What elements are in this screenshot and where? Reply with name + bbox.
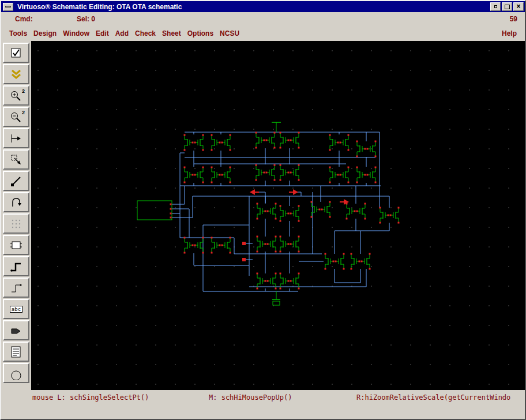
tool-command-button[interactable] — [3, 363, 29, 383]
maximize-icon — [505, 5, 510, 9]
tool-check-and-save-button[interactable] — [3, 64, 29, 84]
command-circle-icon — [9, 366, 23, 380]
menu-window[interactable]: Window — [63, 29, 89, 38]
zoom-in-icon — [9, 89, 23, 103]
stretch-arrow-icon — [9, 132, 23, 145]
tool-zoom-out-button[interactable]: 2 — [3, 107, 29, 127]
tool-block-button[interactable] — [3, 342, 29, 362]
block-sheet-icon — [9, 345, 23, 359]
tool-wire-label-button[interactable]: abc — [3, 299, 29, 319]
maximize-button[interactable] — [502, 2, 512, 11]
schematic-canvas-area[interactable] — [31, 41, 525, 390]
mouse-middle-binding: M: schHiMousePopUp() — [209, 393, 292, 402]
menu-ncsu[interactable]: NCSU — [220, 29, 239, 38]
pencil-line-icon — [9, 174, 23, 188]
tool-dots-button[interactable] — [3, 213, 29, 234]
close-icon: × — [516, 3, 520, 10]
hook-probe-icon — [9, 196, 23, 209]
tool-copy-button[interactable] — [3, 149, 29, 170]
wire-narrow-icon — [9, 281, 23, 295]
menu-add[interactable]: Add — [115, 29, 129, 38]
instance-chip-icon — [9, 238, 23, 252]
menu-tools[interactable]: Tools — [9, 29, 27, 38]
menu-options[interactable]: Options — [187, 29, 213, 38]
wire-label-icon: abc — [10, 306, 22, 313]
tool-wire-wide-button[interactable] — [3, 256, 29, 276]
mouse-left-binding: mouse L: schSingleSelectPt() — [32, 393, 149, 402]
zoom-out-factor-badge: 2 — [22, 110, 25, 115]
tool-stretch-button[interactable] — [3, 128, 29, 148]
tool-wire-narrow-button[interactable] — [3, 278, 29, 298]
tool-instance-button[interactable] — [3, 235, 29, 255]
tool-hook-button[interactable] — [3, 192, 29, 212]
tool-select-mode-button[interactable] — [3, 43, 29, 63]
copy-icon — [9, 153, 23, 167]
selection-count-label: Sel: 0 — [77, 15, 95, 23]
minimize-icon — [494, 5, 497, 8]
window-menu-icon[interactable] — [3, 3, 13, 11]
window-bottom-frame — [1, 405, 525, 419]
minimize-button[interactable] — [490, 2, 501, 11]
wire-wide-icon — [9, 260, 23, 273]
tool-palette: 2 2 — [1, 41, 31, 390]
command-status-row: Cmd: Sel: 0 59 — [1, 12, 525, 25]
check-save-icon — [9, 68, 23, 81]
mouse-binding-statusbar: mouse L: schSingleSelectPt() M: schHiMou… — [1, 390, 525, 405]
menu-design[interactable]: Design — [33, 29, 57, 38]
close-button[interactable]: × — [513, 2, 524, 11]
zoom-in-factor-badge: 2 — [22, 88, 25, 94]
message-counter: 59 — [510, 15, 517, 23]
tool-pin-button[interactable] — [3, 320, 29, 340]
window-title: Virtuoso® Schematic Editing: OTA OTA sch… — [13, 3, 489, 11]
menu-bar: Tools Design Window Edit Add Check Sheet… — [1, 25, 525, 41]
menu-sheet[interactable]: Sheet — [162, 29, 181, 38]
mouse-right-binding: R:hiZoomRelativeScale(getCurrentWindo — [356, 393, 510, 402]
menu-check[interactable]: Check — [135, 29, 156, 38]
pin-icon — [9, 324, 23, 337]
virtuoso-window: Virtuoso® Schematic Editing: OTA OTA sch… — [0, 0, 526, 420]
menu-edit[interactable]: Edit — [96, 29, 109, 38]
tool-draw-line-button[interactable] — [3, 171, 29, 191]
menu-help[interactable]: Help — [502, 29, 517, 38]
cmd-label: Cmd: — [15, 15, 33, 23]
tool-zoom-in-button[interactable]: 2 — [3, 85, 29, 106]
dots-grid-icon — [9, 217, 23, 231]
title-bar[interactable]: Virtuoso® Schematic Editing: OTA OTA sch… — [1, 1, 525, 12]
ota-schematic-drawing[interactable] — [31, 41, 525, 390]
zoom-out-icon — [9, 110, 23, 124]
select-check-icon — [9, 46, 23, 60]
